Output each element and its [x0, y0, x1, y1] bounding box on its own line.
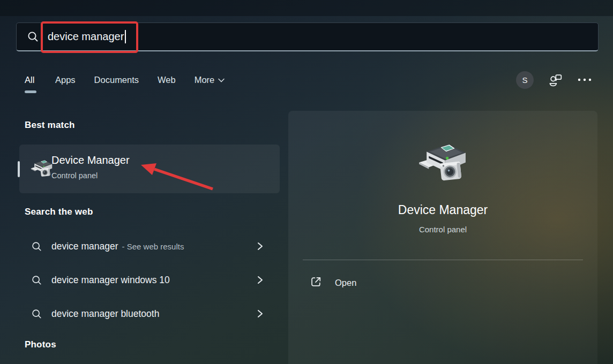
- preview-title: Device Manager: [288, 203, 597, 217]
- more-options-icon[interactable]: [577, 77, 593, 83]
- best-match-heading: Best match: [25, 120, 75, 131]
- best-match-result[interactable]: Device Manager Control panel: [19, 145, 280, 193]
- search-icon: [31, 241, 42, 252]
- chevron-down-icon: [218, 78, 225, 82]
- chevron-right-icon[interactable]: [256, 309, 264, 318]
- search-icon: [27, 31, 39, 43]
- suggestion-suffix: - See web results: [122, 242, 184, 251]
- open-label: Open: [335, 278, 356, 288]
- preview-subtitle: Control panel: [288, 225, 597, 234]
- web-suggestion-row[interactable]: device manager bluetooth: [19, 301, 280, 326]
- device-manager-icon-large: [417, 139, 469, 188]
- suggestion-query: device manager bluetooth: [51, 308, 159, 320]
- device-manager-icon: [30, 157, 54, 181]
- preview-panel: Device Manager Control panel Open: [288, 111, 597, 364]
- desktop-strip: [0, 0, 613, 16]
- tab-apps[interactable]: Apps: [55, 75, 76, 93]
- tab-documents[interactable]: Documents: [94, 75, 139, 93]
- result-subtitle: Control panel: [51, 171, 98, 180]
- text-cursor: [125, 30, 126, 43]
- search-web-heading: Search the web: [25, 207, 93, 217]
- chevron-right-icon[interactable]: [256, 241, 264, 251]
- open-external-icon: [310, 276, 322, 290]
- web-suggestion-row[interactable]: device manager windows 10: [19, 268, 280, 292]
- search-icon: [31, 308, 42, 320]
- web-suggestion-row[interactable]: device manager- See web results: [19, 234, 280, 259]
- suggestion-query: device manager: [51, 241, 118, 252]
- photos-heading: Photos: [25, 339, 56, 350]
- active-tab-underline: [25, 90, 36, 93]
- tab-web[interactable]: Web: [158, 75, 176, 93]
- feedback-icon[interactable]: [548, 73, 563, 88]
- user-avatar[interactable]: S: [516, 71, 534, 89]
- chevron-right-icon[interactable]: [256, 275, 264, 285]
- selection-indicator: [18, 161, 20, 177]
- windows-search-overlay: device manager All Apps Documents Web Mo…: [0, 0, 613, 364]
- tab-all[interactable]: All: [25, 75, 36, 93]
- search-input[interactable]: device manager: [16, 22, 599, 51]
- search-filter-tabs: All Apps Documents Web More: [25, 75, 225, 93]
- open-action[interactable]: Open: [310, 276, 356, 290]
- suggestion-query: device manager windows 10: [51, 275, 170, 286]
- divider: [303, 260, 583, 260]
- search-icon: [31, 275, 42, 286]
- result-title: Device Manager: [51, 154, 130, 166]
- tab-more[interactable]: More: [195, 75, 225, 93]
- search-query-text: device manager: [48, 30, 126, 43]
